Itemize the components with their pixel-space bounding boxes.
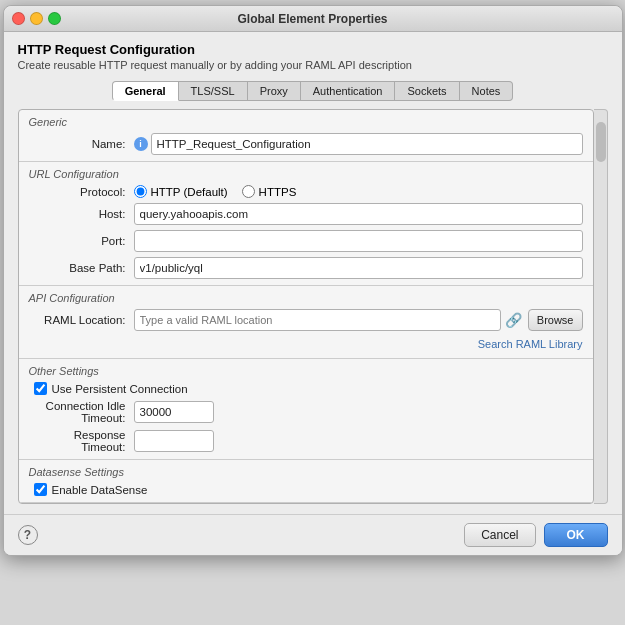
raml-row: RAML Location: 🔗 Browse	[29, 309, 583, 331]
help-icon[interactable]: ?	[18, 525, 38, 545]
content-area: HTTP Request Configuration Create reusab…	[4, 32, 622, 514]
use-persistent-checkbox[interactable]	[34, 382, 47, 395]
raml-label: RAML Location:	[29, 314, 134, 326]
search-raml-link[interactable]: Search RAML Library	[478, 338, 583, 350]
host-row: Host:	[29, 203, 583, 225]
other-settings-title: Other Settings	[29, 365, 583, 377]
link-icon: 🔗	[505, 312, 522, 328]
info-icon: i	[134, 137, 148, 151]
base-path-label: Base Path:	[29, 262, 134, 274]
port-label: Port:	[29, 235, 134, 247]
https-label: HTTPS	[259, 186, 297, 198]
http-option[interactable]: HTTP (Default)	[134, 185, 228, 198]
minimize-button[interactable]	[30, 12, 43, 25]
host-input[interactable]	[134, 203, 583, 225]
footer-buttons: Cancel OK	[464, 523, 607, 547]
url-config-section: URL Configuration Protocol: HTTP (Defaul…	[19, 162, 593, 286]
raml-input[interactable]	[134, 309, 501, 331]
page-subtitle: Create reusable HTTP request manually or…	[18, 59, 608, 71]
footer: ? Cancel OK	[4, 514, 622, 555]
scrollbar[interactable]	[594, 109, 608, 504]
use-persistent-row: Use Persistent Connection	[29, 382, 583, 395]
generic-section-title: Generic	[29, 116, 583, 128]
http-label: HTTP (Default)	[151, 186, 228, 198]
maximize-button[interactable]	[48, 12, 61, 25]
title-bar: Global Element Properties	[4, 6, 622, 32]
response-timeout-label: Response Timeout:	[29, 429, 134, 453]
tab-sockets[interactable]: Sockets	[395, 81, 459, 101]
scroll-container: Generic Name: i URL Configuration Protoc…	[18, 109, 608, 504]
idle-timeout-row: Connection Idle Timeout:	[29, 400, 583, 424]
api-config-title: API Configuration	[29, 292, 583, 304]
name-input[interactable]	[151, 133, 583, 155]
tab-proxy[interactable]: Proxy	[248, 81, 301, 101]
base-path-row: Base Path:	[29, 257, 583, 279]
idle-timeout-label: Connection Idle Timeout:	[29, 400, 134, 424]
port-row: Port:	[29, 230, 583, 252]
name-label: Name:	[29, 138, 134, 150]
response-timeout-row: Response Timeout:	[29, 429, 583, 453]
url-config-title: URL Configuration	[29, 168, 583, 180]
https-radio[interactable]	[242, 185, 255, 198]
ok-button[interactable]: OK	[544, 523, 608, 547]
enable-datasense-checkbox[interactable]	[34, 483, 47, 496]
tab-notes[interactable]: Notes	[460, 81, 514, 101]
scrollbar-thumb[interactable]	[596, 122, 606, 162]
browse-button[interactable]: Browse	[528, 309, 583, 331]
idle-timeout-input[interactable]	[134, 401, 214, 423]
search-raml-row: Search RAML Library	[29, 336, 583, 352]
port-input[interactable]	[134, 230, 583, 252]
api-config-section: API Configuration RAML Location: 🔗 Brows…	[19, 286, 593, 359]
use-persistent-label: Use Persistent Connection	[52, 383, 188, 395]
enable-datasense-label: Enable DataSense	[52, 484, 148, 496]
tabs-bar: General TLS/SSL Proxy Authentication Soc…	[18, 81, 608, 101]
close-button[interactable]	[12, 12, 25, 25]
other-settings-section: Other Settings Use Persistent Connection…	[19, 359, 593, 460]
protocol-label: Protocol:	[29, 186, 134, 198]
form-area: Generic Name: i URL Configuration Protoc…	[18, 109, 594, 504]
datasense-title: Datasense Settings	[29, 466, 583, 478]
host-label: Host:	[29, 208, 134, 220]
datasense-section: Datasense Settings Enable DataSense	[19, 460, 593, 503]
generic-section: Generic Name: i	[19, 110, 593, 162]
page-title: HTTP Request Configuration	[18, 42, 608, 57]
raml-input-group: 🔗 Browse	[134, 309, 583, 331]
tab-authentication[interactable]: Authentication	[301, 81, 396, 101]
name-field-row: Name: i	[29, 133, 583, 155]
tab-general[interactable]: General	[112, 81, 179, 101]
protocol-row: Protocol: HTTP (Default) HTTPS	[29, 185, 583, 198]
http-radio[interactable]	[134, 185, 147, 198]
enable-datasense-row: Enable DataSense	[29, 483, 583, 496]
response-timeout-input[interactable]	[134, 430, 214, 452]
main-window: Global Element Properties HTTP Request C…	[3, 5, 623, 556]
tab-tls-ssl[interactable]: TLS/SSL	[179, 81, 248, 101]
https-option[interactable]: HTTPS	[242, 185, 297, 198]
name-field-wrapper: i	[134, 133, 583, 155]
window-title: Global Element Properties	[237, 12, 387, 26]
traffic-lights	[12, 12, 61, 25]
base-path-input[interactable]	[134, 257, 583, 279]
cancel-button[interactable]: Cancel	[464, 523, 535, 547]
protocol-radio-group: HTTP (Default) HTTPS	[134, 185, 297, 198]
